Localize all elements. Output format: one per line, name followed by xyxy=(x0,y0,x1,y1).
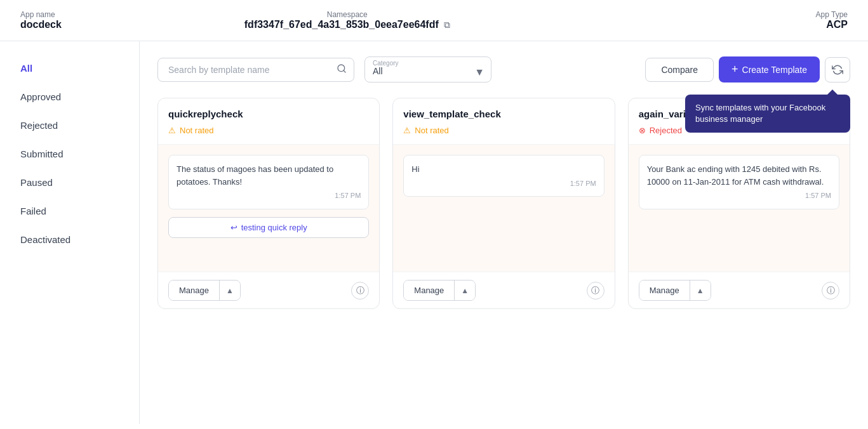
copy-icon[interactable]: ⧉ xyxy=(444,20,450,30)
warning-icon-2: ⚠ xyxy=(403,126,411,135)
app-type-section: App Type ACP xyxy=(816,10,848,30)
template-card-view-template-check: view_template_check ⚠ Not rated Hi 1:57 … xyxy=(392,98,615,309)
reply-icon-1: ↩ xyxy=(230,223,237,232)
quick-reply-label-1: testing quick reply xyxy=(241,223,307,232)
app-name-label: App name xyxy=(20,10,62,19)
toolbar: Category All Marketing Utility Authentic… xyxy=(157,56,850,82)
namespace-label: Namespace xyxy=(327,10,368,19)
rejected-icon-3: ⊗ xyxy=(639,126,646,135)
namespace-value: fdf3347f_67ed_4a31_853b_0eea7ee64fdf xyxy=(244,19,439,30)
category-select-wrap: Category All Marketing Utility Authentic… xyxy=(364,56,491,82)
info-button-2[interactable]: ⓘ xyxy=(587,282,604,300)
status-label-2: Not rated xyxy=(415,126,448,135)
main-layout: All Approved Rejected Submitted Paused F… xyxy=(0,41,868,424)
card-title-2: view_template_check xyxy=(403,109,604,119)
info-button-1[interactable]: ⓘ xyxy=(351,282,369,300)
namespace-section: Namespace fdf3347f_67ed_4a31_853b_0eea7e… xyxy=(244,10,450,30)
info-button-3[interactable]: ⓘ xyxy=(822,282,839,300)
status-label-3: Rejected xyxy=(650,126,682,135)
sidebar-item-deactivated[interactable]: Deactivated xyxy=(10,228,129,251)
card-status-3: ⊗ Rejected xyxy=(639,124,682,136)
sidebar-item-failed[interactable]: Failed xyxy=(10,199,129,223)
sidebar-item-rejected[interactable]: Rejected xyxy=(10,114,129,137)
manage-chevron-icon-1[interactable]: ▲ xyxy=(220,281,240,300)
app-type-label: App Type xyxy=(816,10,848,19)
compare-button[interactable]: Compare xyxy=(645,58,714,82)
app-type-value: ACP xyxy=(826,19,848,30)
card-body-1: The status of magoes has been updated to… xyxy=(158,145,379,272)
manage-button-1: Manage ▲ xyxy=(168,280,241,301)
sync-tooltip: Sync templates with your Facebook busine… xyxy=(685,95,850,133)
card-body-2: Hi 1:57 PM xyxy=(393,145,614,272)
sidebar-item-approved[interactable]: Approved xyxy=(10,85,129,109)
status-label-1: Not rated xyxy=(180,126,213,135)
card-footer-1: Manage ▲ ⓘ xyxy=(158,272,379,308)
message-text-3: Your Bank ac ending with 1245 debited wi… xyxy=(647,164,824,187)
manage-label-2[interactable]: Manage xyxy=(404,280,455,300)
sidebar: All Approved Rejected Submitted Paused F… xyxy=(0,41,140,424)
card-footer-2: Manage ▲ ⓘ xyxy=(393,272,614,308)
message-time-3: 1:57 PM xyxy=(647,190,831,201)
template-card-quickreplycheck: quickreplycheck ⚠ Not rated The status o… xyxy=(157,98,380,309)
manage-chevron-icon-3[interactable]: ▲ xyxy=(690,281,711,300)
card-body-3: Your Bank ac ending with 1245 debited wi… xyxy=(629,145,850,272)
sidebar-item-submitted[interactable]: Submitted xyxy=(10,142,129,166)
sidebar-item-all[interactable]: All xyxy=(10,56,129,80)
manage-label-3[interactable]: Manage xyxy=(639,280,690,300)
quick-reply-button-1[interactable]: ↩ testing quick reply xyxy=(168,217,369,238)
app-header: App name docdeck Namespace fdf3347f_67ed… xyxy=(0,0,868,41)
card-header-2: view_template_check ⚠ Not rated xyxy=(393,98,614,145)
sync-button[interactable] xyxy=(825,57,850,82)
card-header-1: quickreplycheck ⚠ Not rated xyxy=(158,98,379,145)
create-template-label: Create Template xyxy=(742,65,807,75)
message-text-2: Hi xyxy=(411,164,419,174)
manage-label-1[interactable]: Manage xyxy=(169,280,220,300)
app-name-section: App name docdeck xyxy=(20,10,62,30)
create-template-button[interactable]: + Create Template xyxy=(719,56,820,82)
manage-button-2: Manage ▲ xyxy=(403,280,476,301)
manage-chevron-icon-2[interactable]: ▲ xyxy=(455,281,475,300)
sidebar-item-paused[interactable]: Paused xyxy=(10,171,129,194)
app-name-value: docdeck xyxy=(20,19,62,30)
search-wrapper xyxy=(157,58,354,82)
content-area: Category All Marketing Utility Authentic… xyxy=(140,41,868,424)
message-bubble-3: Your Bank ac ending with 1245 debited wi… xyxy=(639,155,839,209)
category-label: Category xyxy=(373,60,399,67)
search-input[interactable] xyxy=(157,58,354,82)
card-footer-3: Manage ▲ ⓘ xyxy=(629,272,850,308)
namespace-row: fdf3347f_67ed_4a31_853b_0eea7ee64fdf ⧉ xyxy=(244,19,450,30)
message-time-2: 1:57 PM xyxy=(411,178,596,189)
card-status-2: ⚠ Not rated xyxy=(403,124,448,136)
message-time-1: 1:57 PM xyxy=(177,190,361,201)
message-bubble-1: The status of magoes has been updated to… xyxy=(168,155,369,209)
plus-icon: + xyxy=(731,63,738,76)
message-text-1: The status of magoes has been updated to… xyxy=(177,164,333,187)
card-title-1: quickreplycheck xyxy=(168,109,369,119)
message-bubble-2: Hi 1:57 PM xyxy=(403,155,604,197)
toolbar-right: Compare + Create Template Sync templates… xyxy=(645,56,850,82)
card-status-1: ⚠ Not rated xyxy=(168,124,213,136)
manage-button-3: Manage ▲ xyxy=(639,280,711,301)
warning-icon-1: ⚠ xyxy=(168,126,176,135)
